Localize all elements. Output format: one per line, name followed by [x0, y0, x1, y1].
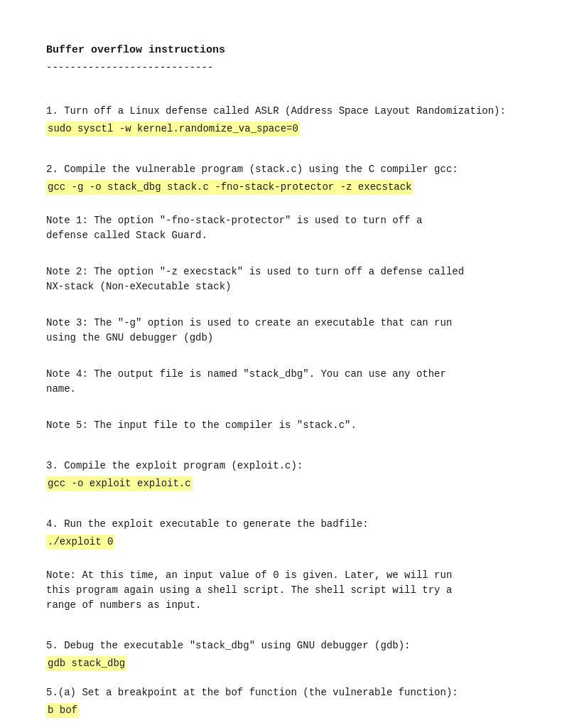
section-3-intro: 3. Compile the exploit program (exploit.… — [46, 459, 516, 473]
section-5: 5. Debug the executable "stack_dbg" usin… — [46, 638, 516, 671]
section-1: 1. Turn off a Linux defense called ASLR … — [46, 104, 516, 136]
section-1-intro: 1. Turn off a Linux defense called ASLR … — [46, 104, 516, 119]
section-3-command: gcc -o exploit exploit.c — [46, 476, 516, 491]
page-title: Buffer overflow instructions — [46, 43, 516, 59]
section-4-intro: 4. Run the exploit executable to generat… — [46, 517, 516, 532]
section-5-intro: 5. Debug the executable "stack_dbg" usin… — [46, 638, 516, 653]
note-1: Note 1: The option "-fno-stack-protector… — [46, 213, 516, 243]
note-3: Note 3: The "-g" option is used to creat… — [46, 316, 516, 346]
divider: ---------------------------- — [46, 60, 516, 75]
section-2: 2. Compile the vulnerable program (stack… — [46, 162, 516, 433]
section-2-command: gcc -g -o stack_dbg stack.c -fno-stack-p… — [46, 180, 516, 195]
note-6: Note: At this time, an input value of 0 … — [46, 568, 516, 613]
note-2: Note 2: The option "-z execstack" is use… — [46, 264, 516, 294]
note-5: Note 5: The input file to the compiler i… — [46, 418, 516, 433]
section-5a: 5.(a) Set a breakpoint at the bof functi… — [46, 685, 516, 718]
section-2-intro: 2. Compile the vulnerable program (stack… — [46, 162, 516, 177]
section-5a-intro: 5.(a) Set a breakpoint at the bof functi… — [46, 685, 516, 700]
section-3: 3. Compile the exploit program (exploit.… — [46, 459, 516, 491]
section-5a-command: b bof — [46, 703, 516, 718]
section-4: 4. Run the exploit executable to generat… — [46, 517, 516, 613]
section-1-command: sudo sysctl -w kernel.randomize_va_space… — [46, 122, 516, 136]
section-4-command: ./exploit 0 — [46, 535, 516, 550]
section-5-command: gdb stack_dbg — [46, 656, 516, 671]
note-4: Note 4: The output file is named "stack_… — [46, 367, 516, 397]
